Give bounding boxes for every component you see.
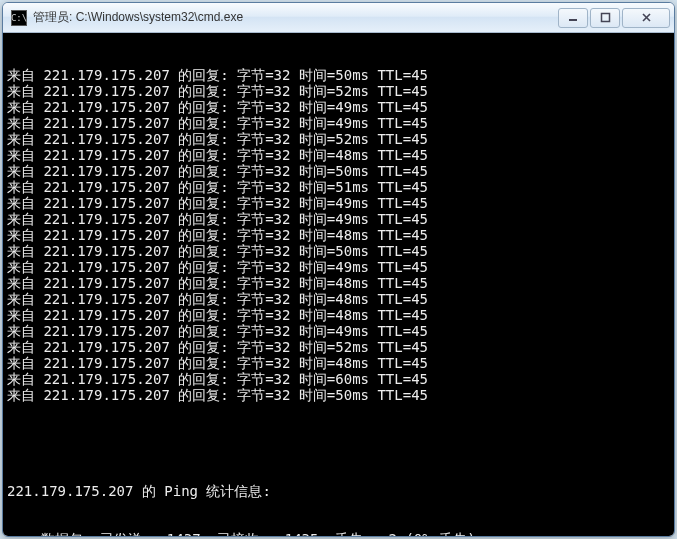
ping-reply-line: 来自 221.179.175.207 的回复: 字节=32 时间=48ms TT… [7,147,670,163]
ping-reply-line: 来自 221.179.175.207 的回复: 字节=32 时间=48ms TT… [7,307,670,323]
ping-reply-line: 来自 221.179.175.207 的回复: 字节=32 时间=52ms TT… [7,339,670,355]
ping-reply-line: 来自 221.179.175.207 的回复: 字节=32 时间=48ms TT… [7,275,670,291]
app-icon: C:\ [11,10,27,26]
ping-reply-line: 来自 221.179.175.207 的回复: 字节=32 时间=48ms TT… [7,355,670,371]
window-title: 管理员: C:\Windows\system32\cmd.exe [33,9,558,26]
titlebar[interactable]: C:\ 管理员: C:\Windows\system32\cmd.exe [3,3,674,33]
svg-rect-1 [601,14,609,22]
ping-reply-line: 来自 221.179.175.207 的回复: 字节=32 时间=49ms TT… [7,99,670,115]
terminal-output[interactable]: 来自 221.179.175.207 的回复: 字节=32 时间=50ms TT… [3,33,674,536]
ping-reply-lines: 来自 221.179.175.207 的回复: 字节=32 时间=50ms TT… [7,67,670,403]
ping-reply-line: 来自 221.179.175.207 的回复: 字节=32 时间=50ms TT… [7,243,670,259]
ping-reply-line: 来自 221.179.175.207 的回复: 字节=32 时间=49ms TT… [7,259,670,275]
maximize-button[interactable] [590,8,620,28]
blank-line [7,435,670,451]
ping-reply-line: 来自 221.179.175.207 的回复: 字节=32 时间=49ms TT… [7,195,670,211]
ping-reply-line: 来自 221.179.175.207 的回复: 字节=32 时间=48ms TT… [7,291,670,307]
close-icon [641,12,652,23]
minimize-icon [568,12,579,23]
ping-reply-line: 来自 221.179.175.207 的回复: 字节=32 时间=50ms TT… [7,387,670,403]
ping-reply-line: 来自 221.179.175.207 的回复: 字节=32 时间=52ms TT… [7,83,670,99]
ping-reply-line: 来自 221.179.175.207 的回复: 字节=32 时间=49ms TT… [7,211,670,227]
ping-reply-line: 来自 221.179.175.207 的回复: 字节=32 时间=49ms TT… [7,115,670,131]
maximize-icon [600,12,611,23]
ping-reply-line: 来自 221.179.175.207 的回复: 字节=32 时间=60ms TT… [7,371,670,387]
app-icon-text: C:\ [11,13,27,23]
ping-reply-line: 来自 221.179.175.207 的回复: 字节=32 时间=48ms TT… [7,227,670,243]
stats-header: 221.179.175.207 的 Ping 统计信息: [7,483,670,499]
ping-reply-line: 来自 221.179.175.207 的回复: 字节=32 时间=52ms TT… [7,131,670,147]
ping-reply-line: 来自 221.179.175.207 的回复: 字节=32 时间=50ms TT… [7,67,670,83]
close-button[interactable] [622,8,670,28]
ping-reply-line: 来自 221.179.175.207 的回复: 字节=32 时间=49ms TT… [7,323,670,339]
ping-reply-line: 来自 221.179.175.207 的回复: 字节=32 时间=51ms TT… [7,179,670,195]
cmd-window: C:\ 管理员: C:\Windows\system32\cmd.exe 来自 … [2,2,675,537]
ping-reply-line: 来自 221.179.175.207 的回复: 字节=32 时间=50ms TT… [7,163,670,179]
minimize-button[interactable] [558,8,588,28]
window-controls [558,8,670,28]
stats-packets: 数据包: 已发送 = 1437, 已接收 = 1435, 丢失 = 2 (0% … [7,531,670,536]
